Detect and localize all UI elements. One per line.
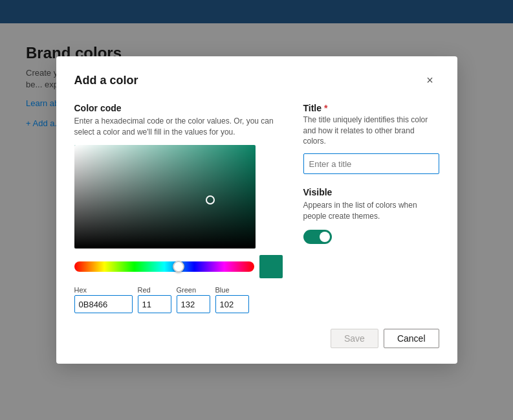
green-input[interactable] [177,295,210,313]
color-picker-gradient[interactable] [74,145,256,249]
hue-thumb [173,261,184,272]
red-input[interactable] [138,295,171,313]
dialog: Add a color × Color code Enter a hexadec… [56,56,457,364]
color-inputs-row: Hex Red Green Blue [74,286,283,313]
right-column: Title * The title uniquely identifies th… [303,103,439,314]
red-label: Red [138,286,171,294]
left-column: Color code Enter a hexadecimal code or t… [74,103,283,314]
dialog-body: Color code Enter a hexadecimal code or t… [74,103,439,314]
dialog-footer: Save Cancel [74,329,439,348]
required-star: * [324,103,327,113]
title-desc: The title uniquely identifies this color… [303,115,439,147]
close-button[interactable]: × [421,72,439,90]
dialog-header: Add a color × [74,72,439,90]
visible-toggle[interactable] [303,230,332,244]
save-button[interactable]: Save [331,329,378,348]
color-code-desc: Enter a hexadecimal code or the color va… [74,116,283,138]
color-code-label: Color code [74,103,283,113]
hue-row [74,255,283,278]
title-input[interactable] [303,153,439,174]
hex-group: Hex [74,286,133,313]
green-label: Green [177,286,210,294]
hex-input[interactable] [74,295,133,313]
visible-label: Visible [303,187,439,197]
visible-desc: Appears in the list of colors when peopl… [303,200,439,222]
blue-input[interactable] [215,295,249,313]
green-group: Green [177,286,210,313]
dialog-title: Add a color [74,74,138,87]
dialog-overlay: Add a color × Color code Enter a hexadec… [0,0,513,420]
hue-slider[interactable] [74,261,254,272]
cancel-button[interactable]: Cancel [384,329,439,348]
toggle-thumb [320,232,330,242]
blue-group: Blue [215,286,249,313]
blue-label: Blue [215,286,249,294]
red-group: Red [138,286,171,313]
title-field-label: Title * [303,103,439,113]
color-swatch [259,255,283,278]
hex-label: Hex [74,286,133,294]
